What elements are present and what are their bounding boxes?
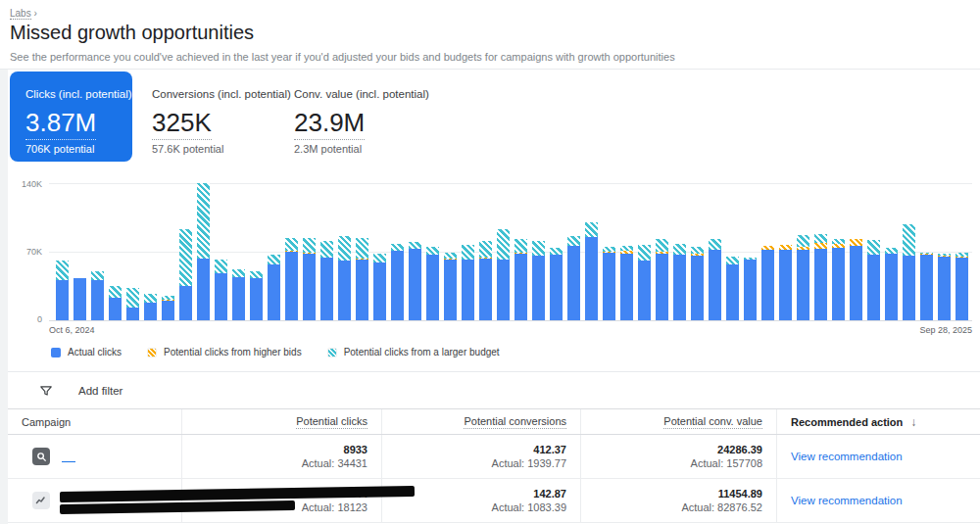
- potential-conv-value-value: 24286.39: [717, 444, 762, 455]
- page-subtitle: See the performance you could've achieve…: [10, 51, 980, 63]
- bar-week-23[interactable]: [444, 183, 457, 320]
- performance-max-campaign-icon: [32, 492, 50, 509]
- bar-week-47[interactable]: [867, 183, 880, 320]
- metric-label: Conversions (incl. potential): [152, 88, 294, 100]
- metric-potential: 57.6K potential: [152, 143, 294, 155]
- bar-week-43[interactable]: [797, 183, 809, 320]
- bar-week-17[interactable]: [338, 183, 351, 320]
- bar-week-33[interactable]: [620, 183, 633, 320]
- bar-week-31[interactable]: [585, 183, 598, 320]
- actual-conv-value-value: Actual: 82876.52: [681, 501, 762, 513]
- bar-week-30[interactable]: [567, 183, 580, 320]
- bar-week-6[interactable]: [144, 183, 157, 320]
- view-recommendation-link[interactable]: View recommendation: [791, 451, 903, 462]
- y-axis-tick-0: 0: [37, 314, 42, 324]
- bar-week-50[interactable]: [920, 183, 933, 320]
- bar-week-44[interactable]: [814, 183, 827, 320]
- metric-label: Conv. value (incl. potential): [294, 88, 451, 100]
- bar-week-9[interactable]: [197, 183, 210, 320]
- potential-clicks-cell: 8933 Actual: 34431: [182, 435, 382, 478]
- bar-week-3[interactable]: [91, 183, 104, 320]
- potential-clicks-value: 8933: [344, 444, 368, 455]
- bar-week-40[interactable]: [744, 183, 757, 320]
- bar-week-52[interactable]: [956, 183, 968, 320]
- campaigns-table: Campaign Potential clicks Potential conv…: [8, 408, 980, 523]
- x-axis-labels: Oct 6, 2024 Sep 28, 2025: [49, 325, 972, 335]
- metric-card-conv-value[interactable]: Conv. value (incl. potential) 23.9M 2.3M…: [294, 71, 451, 162]
- metric-value: 23.9M: [294, 108, 365, 140]
- left-gutter: [0, 70, 8, 524]
- column-header-potential-conversions[interactable]: Potential conversions: [382, 409, 581, 434]
- bar-week-51[interactable]: [938, 183, 951, 320]
- bar-week-27[interactable]: [514, 183, 527, 320]
- breadcrumb-chevron-icon: ›: [33, 8, 36, 19]
- bar-week-37[interactable]: [691, 183, 704, 320]
- potential-conv-value-cell: 11454.89 Actual: 82876.52: [581, 479, 777, 522]
- legend-item-actual-clicks[interactable]: Actual clicks: [51, 347, 122, 357]
- legend-item-larger-budget[interactable]: Potential clicks from a larger budget: [327, 347, 500, 357]
- bar-week-20[interactable]: [391, 183, 404, 320]
- bar-week-5[interactable]: [126, 183, 139, 320]
- bar-week-10[interactable]: [215, 183, 227, 320]
- table-header-row: Campaign Potential clicks Potential conv…: [8, 408, 980, 435]
- bar-week-13[interactable]: [268, 183, 280, 320]
- potential-conv-value-cell: 24286.39 Actual: 157708: [581, 435, 777, 478]
- legend-label: Actual clicks: [68, 347, 122, 357]
- bar-week-8[interactable]: [179, 183, 192, 320]
- bar-week-29[interactable]: [550, 183, 563, 320]
- bar-week-21[interactable]: [409, 183, 421, 320]
- bar-week-38[interactable]: [709, 183, 721, 320]
- view-recommendation-link[interactable]: View recommendation: [791, 495, 903, 506]
- actual-conv-value-value: Actual: 157708: [691, 457, 762, 469]
- filter-funnel-icon[interactable]: [39, 384, 53, 398]
- bar-week-1[interactable]: [56, 183, 69, 320]
- bar-week-11[interactable]: [232, 183, 245, 320]
- bar-week-28[interactable]: [532, 183, 545, 320]
- bar-week-49[interactable]: [903, 183, 915, 320]
- legend-label: Potential clicks from higher bids: [164, 347, 302, 357]
- bar-week-24[interactable]: [462, 183, 474, 320]
- bar-week-32[interactable]: [603, 183, 615, 320]
- sort-descending-icon[interactable]: ↓: [910, 415, 916, 429]
- add-filter-button[interactable]: Add filter: [78, 385, 122, 397]
- search-campaign-icon: [32, 448, 50, 465]
- page-header: Labs › Missed growth opportunities See t…: [0, 0, 980, 70]
- metric-card-conversions[interactable]: Conversions (incl. potential) 325K 57.6K…: [152, 71, 294, 162]
- bar-week-16[interactable]: [320, 183, 333, 320]
- column-header-recommended-action[interactable]: Recommended action ↓: [777, 409, 980, 434]
- breadcrumb-labs-link[interactable]: Labs: [10, 8, 31, 20]
- actual-clicks-swatch-icon: [51, 348, 61, 357]
- filter-bar: Add filter: [0, 371, 980, 408]
- legend-item-higher-bids[interactable]: Potential clicks from higher bids: [147, 347, 302, 357]
- higher-bids-swatch-icon: [147, 348, 157, 357]
- bar-week-42[interactable]: [779, 183, 792, 320]
- bar-week-48[interactable]: [885, 183, 898, 320]
- bar-week-39[interactable]: [726, 183, 739, 320]
- bar-week-25[interactable]: [479, 183, 492, 320]
- redacted-campaign-name[interactable]: [60, 451, 75, 462]
- bar-week-4[interactable]: [109, 183, 122, 320]
- bar-week-7[interactable]: [162, 183, 174, 320]
- bar-week-46[interactable]: [850, 183, 862, 320]
- bar-week-41[interactable]: [761, 183, 774, 320]
- column-header-campaign[interactable]: Campaign: [8, 409, 182, 434]
- bar-week-15[interactable]: [303, 183, 316, 320]
- bar-week-2[interactable]: [74, 183, 86, 320]
- column-header-potential-clicks[interactable]: Potential clicks: [182, 409, 382, 434]
- column-header-potential-conv-value[interactable]: Potential conv. value: [581, 409, 777, 434]
- missed-growth-opportunities-page: Labs › Missed growth opportunities See t…: [0, 0, 980, 524]
- bar-week-26[interactable]: [497, 183, 510, 320]
- bar-week-35[interactable]: [656, 183, 668, 320]
- bar-week-45[interactable]: [832, 183, 845, 320]
- bar-week-19[interactable]: [373, 183, 386, 320]
- bar-week-12[interactable]: [250, 183, 263, 320]
- bar-week-22[interactable]: [426, 183, 439, 320]
- bar-week-36[interactable]: [673, 183, 686, 320]
- larger-budget-swatch-icon: [327, 348, 337, 357]
- actual-clicks-value: Actual: 18123: [302, 501, 368, 513]
- bar-week-18[interactable]: [356, 183, 368, 320]
- bar-week-34[interactable]: [638, 183, 651, 320]
- bar-week-14[interactable]: [285, 183, 298, 320]
- chart-plot-area: 140K 70K 0: [49, 183, 972, 321]
- metric-card-clicks[interactable]: Clicks (incl. potential) 3.87M 706K pote…: [10, 71, 132, 162]
